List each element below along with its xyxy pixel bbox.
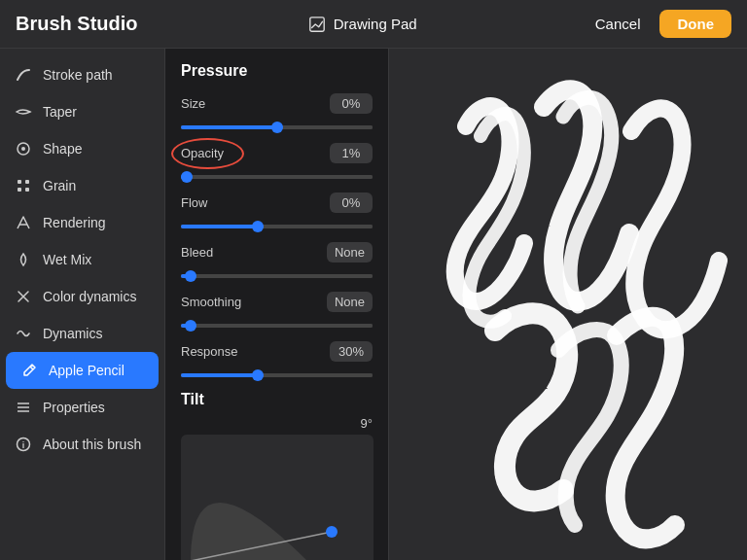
response-label: Response [181, 344, 259, 359]
bleed-slider[interactable] [181, 274, 373, 278]
sidebar-label-grain: Grain [43, 178, 76, 193]
smoothing-slider[interactable] [181, 324, 373, 328]
sidebar-item-wet-mix[interactable]: Wet Mix [0, 241, 164, 278]
svg-point-2 [21, 147, 25, 151]
sidebar-item-properties[interactable]: Properties [0, 389, 164, 426]
flow-value: 0% [330, 192, 373, 213]
page-title: Brush Studio [16, 13, 138, 35]
svg-rect-6 [25, 188, 29, 192]
rendering-icon [14, 213, 33, 232]
sidebar-item-taper[interactable]: Taper [0, 93, 164, 130]
main-layout: Stroke path Taper Shape Grain Rendering [0, 49, 747, 560]
sidebar-label-taper: Taper [43, 104, 77, 120]
svg-rect-5 [18, 188, 21, 192]
tilt-visualization [181, 435, 374, 560]
top-bar: Brush Studio Drawing Pad Cancel Done [0, 0, 747, 49]
tilt-title: Tilt [181, 391, 373, 408]
svg-text:i: i [22, 440, 25, 450]
size-label: Size [181, 96, 259, 111]
size-value: 0% [330, 93, 373, 114]
response-control: Response 30% [181, 341, 373, 377]
sidebar-item-rendering[interactable]: Rendering [0, 204, 164, 241]
cancel-button[interactable]: Cancel [587, 12, 649, 36]
sidebar: Stroke path Taper Shape Grain Rendering [0, 49, 165, 560]
smoothing-value: None [327, 292, 373, 312]
drawing-pad-indicator: Drawing Pad [308, 16, 417, 33]
svg-rect-3 [18, 180, 21, 184]
bleed-control: Bleed None [181, 242, 373, 278]
sidebar-label-dynamics: Dynamics [43, 326, 102, 341]
sidebar-item-about[interactable]: i About this brush [0, 426, 164, 463]
taper-icon [14, 102, 33, 122]
sidebar-item-grain[interactable]: Grain [0, 167, 164, 204]
flow-control: Flow 0% [181, 192, 373, 228]
size-control: Size 0% [181, 93, 373, 129]
sidebar-label-shape: Shape [43, 141, 82, 157]
tilt-section: Tilt 9° [181, 391, 373, 560]
tilt-canvas [181, 435, 373, 560]
sidebar-label-properties: Properties [43, 400, 105, 415]
sidebar-label-rendering: Rendering [43, 215, 106, 230]
smoothing-control: Smoothing None [181, 292, 373, 328]
smoothing-label: Smoothing [181, 295, 259, 309]
svg-rect-4 [25, 180, 29, 184]
flow-label: Flow [181, 195, 259, 210]
apple-pencil-icon [19, 361, 39, 380]
drawing-pad[interactable] [389, 49, 747, 560]
top-bar-actions: Cancel Done [587, 10, 731, 38]
bleed-value: None [327, 242, 373, 262]
svg-point-15 [326, 526, 338, 538]
opacity-control: Opacity 1% [181, 143, 373, 179]
grain-icon [14, 176, 33, 195]
sidebar-label-apple-pencil: Apple Pencil [49, 363, 124, 378]
color-dynamics-icon [14, 287, 33, 306]
sidebar-label-stroke-path: Stroke path [43, 67, 113, 83]
sidebar-item-dynamics[interactable]: Dynamics [0, 315, 164, 352]
about-icon: i [14, 435, 33, 454]
sidebar-item-apple-pencil[interactable]: Apple Pencil [6, 352, 159, 389]
drawing-pad-label: Drawing Pad [334, 16, 417, 32]
drawing-pad-icon [308, 16, 326, 33]
sidebar-item-color-dynamics[interactable]: Color dynamics [0, 278, 164, 315]
stroke-path-icon [14, 65, 33, 85]
sidebar-item-stroke-path[interactable]: Stroke path [0, 56, 164, 93]
pressure-title: Pressure [181, 62, 373, 80]
dynamics-icon [14, 324, 33, 343]
done-button[interactable]: Done [659, 10, 731, 38]
bleed-label: Bleed [181, 245, 259, 260]
sidebar-label-about: About this brush [43, 437, 141, 452]
sidebar-label-color-dynamics: Color dynamics [43, 289, 136, 304]
center-panel: Pressure Size 0% Opacity 1% [165, 49, 389, 560]
tilt-degree: 9° [181, 416, 373, 431]
svg-rect-0 [310, 17, 324, 30]
brush-strokes [389, 49, 747, 560]
opacity-value: 1% [330, 143, 373, 163]
flow-slider[interactable] [181, 225, 373, 228]
response-slider[interactable] [181, 373, 373, 377]
wet-mix-icon [14, 250, 33, 269]
opacity-slider[interactable] [181, 175, 373, 179]
sidebar-label-wet-mix: Wet Mix [43, 252, 91, 267]
shape-icon [14, 139, 33, 158]
properties-icon [14, 398, 33, 417]
sidebar-item-shape[interactable]: Shape [0, 130, 164, 167]
opacity-label: Opacity [181, 146, 259, 160]
size-slider[interactable] [181, 125, 373, 129]
response-value: 30% [330, 341, 373, 362]
